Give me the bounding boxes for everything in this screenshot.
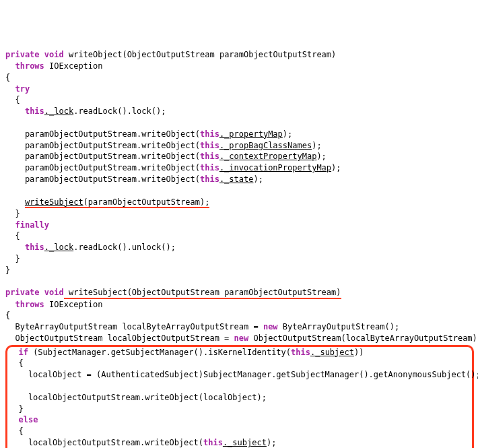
code-line: { [5, 231, 20, 241]
kw-this: this [25, 106, 44, 116]
code-text [5, 197, 25, 207]
field-propBagClassNames: ._propBagClassNames [219, 141, 312, 150]
field-propertyMap: ._propertyMap [219, 129, 283, 139]
code-text: .readLock().unlock(); [73, 243, 176, 252]
code-line: { [9, 358, 24, 368]
code-text: localObjectOutputStream.writeObject( [9, 438, 203, 447]
code-line: this._lock.readLock().unlock(); [5, 243, 176, 252]
annotation-red-underline: writeSubject(ObjectOutputStream paramObj… [64, 288, 341, 298]
code-line: writeSubject(paramObjectOutputStream); [5, 197, 209, 207]
code-line: throws IOException [5, 300, 103, 309]
code-line: this._lock.readLock().lock(); [5, 106, 166, 116]
code-line: paramObjectOutputStream.writeObject(this… [5, 163, 341, 172]
code-text: ByteArrayOutputStream localByteArrayOutp… [5, 322, 263, 331]
code-text: writeSubject(ObjectOutputStream paramObj… [64, 288, 341, 297]
code-line: { [9, 426, 24, 436]
code-text: ); [312, 141, 321, 150]
field-subject: ._subject [310, 348, 354, 357]
kw-this: this [203, 438, 223, 447]
code-text: .readLock().lock(); [73, 106, 166, 116]
kw-this: this [200, 129, 219, 139]
code-line: ByteArrayOutputStream localByteArrayOutp… [5, 322, 399, 331]
code-line: } [5, 254, 20, 263]
field-lock: ._lock [44, 243, 73, 252]
code-line: } [5, 265, 10, 275]
code-text: writeObject(ObjectOutputStream paramObje… [64, 50, 337, 59]
code-text: ); [331, 163, 341, 172]
kw-this: this [200, 163, 219, 172]
code-line: paramObjectOutputStream.writeObject(this… [5, 152, 327, 161]
kw-private: private [5, 288, 40, 297]
field-subject: ._subject [223, 438, 267, 447]
code-text: ); [267, 438, 276, 447]
annotation-red-underline: writeSubject(paramObjectOutputStream); [25, 198, 210, 208]
field-lock: ._lock [44, 106, 73, 116]
code-line: } [5, 209, 20, 218]
kw-try: try [15, 84, 30, 94]
code-text: paramObjectOutputStream.writeObject( [5, 174, 200, 184]
field-state: ._state [219, 174, 254, 184]
code-line: localObjectOutputStream.writeObject(this… [9, 438, 276, 447]
field-contextPropertyMap: ._contextPropertyMap [219, 152, 317, 161]
kw-if: if [18, 348, 28, 357]
kw-void: void [44, 50, 64, 59]
kw-throws: throws [15, 300, 44, 309]
code-text: paramObjectOutputStream.writeObject( [5, 152, 200, 161]
code-line: finally [5, 220, 49, 230]
kw-throws: throws [15, 61, 44, 71]
code-line: paramObjectOutputStream.writeObject(this… [5, 129, 292, 139]
code-text: ); [283, 129, 292, 139]
code-text: paramObjectOutputStream.writeObject( [5, 141, 200, 150]
code-line: private void writeSubject(ObjectOutputSt… [5, 288, 341, 297]
code-line: else [9, 415, 38, 424]
code-line: } [9, 404, 24, 414]
kw-this: this [25, 243, 44, 252]
call-writeSubject: writeSubject [25, 197, 83, 207]
kw-new: new [263, 322, 278, 331]
code-line: private void writeObject(ObjectOutputStr… [5, 50, 336, 59]
code-line: localObjectOutputStream.writeObject(loca… [9, 393, 267, 402]
kw-finally: finally [15, 220, 49, 230]
code-line: ObjectOutputStream localObjectOutputStre… [5, 333, 478, 343]
code-line: paramObjectOutputStream.writeObject(this… [5, 174, 263, 184]
kw-void: void [44, 288, 64, 297]
kw-this: this [200, 152, 219, 161]
code-text: paramObjectOutputStream.writeObject( [5, 129, 200, 139]
kw-else: else [18, 415, 38, 424]
code-text: ); [253, 174, 263, 184]
code-block: private void writeObject(ObjectOutputStr… [5, 49, 473, 448]
code-line: throws IOException [5, 61, 103, 71]
code-line: localObject = (AuthenticatedSubject)Subj… [9, 370, 478, 379]
kw-this: this [200, 174, 219, 184]
code-text: ObjectOutputStream localObjectOutputStre… [5, 333, 234, 343]
code-line: paramObjectOutputStream.writeObject(this… [5, 141, 322, 150]
code-text: (SubjectManager.getSubjectManager().isKe… [28, 348, 291, 357]
code-text: )) [354, 348, 364, 357]
code-line: { [5, 311, 10, 320]
code-line: { [5, 73, 10, 82]
field-invocationPropertyMap: ._invocationPropertyMap [219, 163, 331, 172]
annotation-red-box: if (SubjectManager.getSubjectManager().i… [5, 345, 474, 448]
code-text: ObjectOutputStream(localByteArrayOutputS… [248, 333, 478, 343]
kw-private: private [5, 50, 40, 59]
code-text: ByteArrayOutputStream(); [278, 322, 400, 331]
code-line: { [5, 95, 20, 104]
code-text: IOException [44, 61, 103, 71]
code-text: (paramObjectOutputStream); [83, 197, 210, 207]
kw-this: this [200, 141, 219, 150]
code-line: if (SubjectManager.getSubjectManager().i… [9, 348, 364, 357]
kw-this: this [291, 348, 310, 357]
code-line: try [5, 84, 30, 94]
code-text: paramObjectOutputStream.writeObject( [5, 163, 200, 172]
kw-new: new [234, 333, 249, 343]
code-text: IOException [44, 300, 103, 309]
code-text: ); [316, 152, 326, 161]
